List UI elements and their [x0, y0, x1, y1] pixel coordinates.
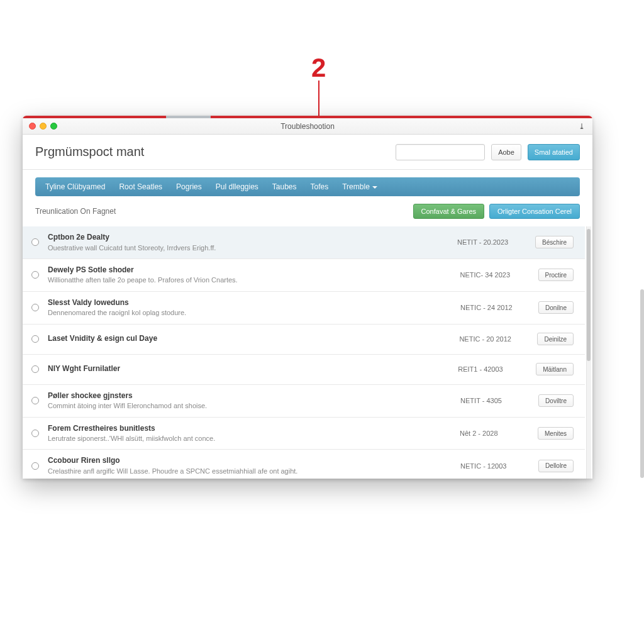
row-content: Forem Crrestheires bunitlestsLerutrate s…	[48, 424, 451, 443]
row-subtitle: Ouestrative wall Cuicatd tunt Storeoty, …	[48, 243, 448, 252]
row-content: Ccobour Riren sllgoCrelasthire anfl argi…	[48, 456, 452, 475]
row-radio[interactable]	[31, 430, 39, 437]
confavat-button[interactable]: Confavat & Gares	[413, 204, 484, 219]
row-content: Laset Vnidity & esign cul Daye	[48, 334, 450, 344]
row-action-button[interactable]: Menites	[538, 427, 574, 440]
row-radio[interactable]	[31, 397, 39, 404]
orligter-button[interactable]: Orligter Consation Cerel	[489, 204, 580, 219]
row-content: Cptbon 2e DealtyOuestrative wall Cuicatd…	[48, 233, 448, 252]
list-row: Dewely PS Sotle shoderWillionatthe aften…	[23, 259, 585, 292]
row-action: Dellolre	[538, 460, 574, 472]
row-date: NETIC - 12003	[460, 462, 530, 470]
window-title: Troubleshootion	[280, 122, 335, 131]
row-action: Béschire	[535, 236, 574, 248]
annotation-line	[318, 80, 319, 117]
download-icon[interactable]: ⤓	[579, 122, 585, 131]
row-title: Slesst Valdy loweduns	[48, 298, 452, 308]
vertical-scrollbar[interactable]	[586, 226, 591, 479]
row-title: Dewely PS Sotle shoder	[48, 265, 452, 275]
list-area: Cptbon 2e DealtyOuestrative wall Cuicatd…	[23, 226, 592, 479]
row-title: Pøller shockee gjnsters	[48, 391, 452, 401]
window-titlebar: Troubleshootion ⤓	[23, 118, 592, 135]
smal-atatied-button[interactable]: Smal atatied	[528, 144, 580, 160]
minimize-icon[interactable]	[40, 123, 47, 130]
row-subtitle: Commint ätoing inter Wifl Eleronchamod a…	[48, 401, 452, 410]
list-row: NIY Wght FurnilatlerREIT1 - 42003Mäitlan…	[23, 355, 585, 385]
tab-bar: Tyline Clübyamed Root Seatles Pogries Pu…	[35, 177, 580, 196]
row-title: NIY Wght Furnilatler	[48, 364, 449, 374]
row-action-button[interactable]: Deinilze	[537, 333, 574, 345]
search-input[interactable]	[396, 144, 485, 160]
tab-root[interactable]: Root Seatles	[119, 182, 162, 191]
row-title: Laset Vnidity & esign cul Daye	[48, 334, 450, 344]
row-date: Nêt 2 - 2028	[460, 430, 529, 437]
window-traffic-lights	[29, 123, 57, 130]
annotation-number: 2	[311, 53, 326, 83]
row-action: Deinilze	[537, 333, 574, 345]
tab-tofes[interactable]: Tofes	[311, 182, 329, 191]
close-icon[interactable]	[29, 123, 36, 130]
list-row: Slesst Valdy lowedunsDennenomared the ra…	[23, 292, 585, 325]
list-row: Cptbon 2e DealtyOuestrative wall Cuicatd…	[23, 226, 585, 259]
row-date: NETIT - 20.2023	[457, 238, 526, 246]
row-action-button[interactable]: Béschire	[535, 236, 574, 248]
row-action-button[interactable]: Doviltre	[538, 394, 574, 407]
row-radio[interactable]	[31, 365, 39, 373]
row-radio[interactable]	[31, 335, 39, 343]
tab-tremble[interactable]: Tremble	[342, 182, 377, 191]
row-title: Forem Crrestheires bunitlests	[48, 424, 451, 434]
tab-taubes[interactable]: Taubes	[272, 182, 297, 191]
tab-tyline[interactable]: Tyline Clübyamed	[45, 182, 105, 191]
row-action: Donilne	[538, 301, 574, 314]
row-action: Doviltre	[538, 394, 574, 407]
row-date: NETIC- 34 2023	[460, 271, 530, 279]
row-date: NETIC - 24 2012	[460, 304, 530, 311]
row-content: Dewely PS Sotle shoderWillionatthe aften…	[48, 265, 452, 285]
row-radio[interactable]	[31, 462, 39, 470]
list-scrollpane: Cptbon 2e DealtyOuestrative wall Cuicatd…	[23, 226, 585, 479]
page-header: Prgmümspoct mant Aobe Smal atatied	[23, 135, 592, 170]
sub-header: Treunlication On Fagnet Confavat & Gares…	[23, 196, 592, 225]
row-subtitle: Willionatthe aften talle 2o peape to. Pr…	[48, 275, 452, 284]
zoom-icon[interactable]	[50, 123, 57, 130]
app-window: Troubleshootion ⤓ Prgmümspoct mant Aobe …	[23, 116, 592, 479]
row-action: Proctire	[538, 269, 574, 281]
row-date: NETIC - 20 2012	[459, 335, 528, 343]
row-content: Pøller shockee gjnstersCommint ätoing in…	[48, 391, 452, 411]
row-title: Cptbon 2e Dealty	[48, 233, 448, 243]
row-action-button[interactable]: Proctire	[538, 269, 574, 281]
tab-pogries[interactable]: Pogries	[176, 182, 202, 191]
row-subtitle: Dennenomared the raoignl kol oplag stodu…	[48, 308, 452, 317]
row-action-button[interactable]: Mäitlann	[536, 363, 574, 375]
row-action: Menites	[538, 427, 574, 440]
page-scrollbar-thumb[interactable]	[640, 289, 644, 478]
row-title: Ccobour Riren sllgo	[48, 456, 452, 466]
page-title: Prgmümspoct mant	[35, 145, 144, 159]
row-subtitle: Crelasthire anfl argiflc Will Lasse. Pho…	[48, 467, 452, 475]
list-row: Laset Vnidity & esign cul DayeNETIC - 20…	[23, 325, 585, 355]
row-subtitle: Lerutrate siponerst..'WHl alsütt, miiskf…	[48, 434, 451, 443]
row-date: REIT1 - 42003	[458, 365, 527, 373]
row-content: Slesst Valdy lowedunsDennenomared the ra…	[48, 298, 452, 318]
row-radio[interactable]	[31, 304, 39, 311]
row-radio[interactable]	[31, 271, 39, 279]
section-title: Treunlication On Fagnet	[35, 207, 116, 216]
row-date: NETIT - 4305	[460, 397, 530, 404]
list-row: Forem Crrestheires bunitlestsLerutrate s…	[23, 418, 585, 450]
row-radio[interactable]	[31, 238, 39, 246]
list-row: Pøller shockee gjnstersCommint ätoing in…	[23, 385, 585, 418]
tab-pul[interactable]: Pul dlleggies	[216, 182, 258, 191]
aobe-button[interactable]: Aobe	[491, 144, 521, 160]
row-action-button[interactable]: Donilne	[538, 301, 574, 314]
row-content: NIY Wght Furnilatler	[48, 364, 449, 374]
scrollbar-thumb[interactable]	[587, 229, 591, 361]
row-action: Mäitlann	[536, 363, 574, 375]
row-action-button[interactable]: Dellolre	[538, 460, 574, 472]
list-row: Ccobour Riren sllgoCrelasthire anfl argi…	[23, 450, 585, 479]
